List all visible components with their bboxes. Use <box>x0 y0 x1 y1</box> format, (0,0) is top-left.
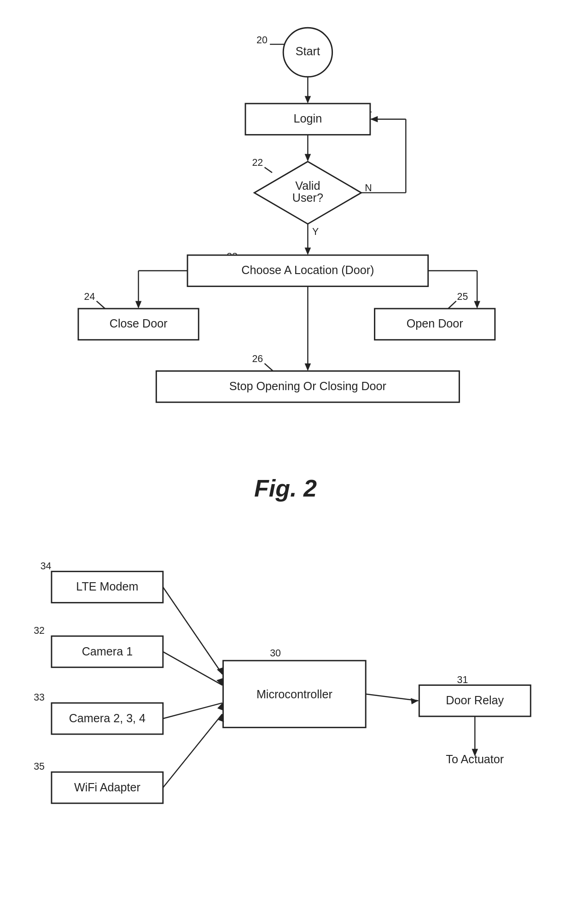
arrow-micro-relay <box>411 698 418 704</box>
arrow-yes <box>305 247 311 255</box>
microcontroller-label: Microcontroller <box>256 688 332 701</box>
svg-line-13 <box>448 301 456 309</box>
svg-line-23 <box>163 714 222 788</box>
svg-line-18 <box>366 694 418 701</box>
yes-label: Y <box>312 226 319 237</box>
svg-line-16 <box>265 363 273 371</box>
ref-20: 20 <box>256 35 268 46</box>
arrow-start-login <box>305 96 311 103</box>
svg-line-20 <box>163 587 222 674</box>
camera2-label: Camera 2, 3, 4 <box>69 712 146 725</box>
lte-modem-label: LTE Modem <box>76 580 138 593</box>
wifi-label: WiFi Adapter <box>74 781 140 794</box>
fig3-diagram: .ref-num { font-size: 22px; fill: #222; … <box>9 520 562 917</box>
ref-25: 25 <box>457 291 468 302</box>
svg-line-21 <box>163 652 222 685</box>
svg-line-4 <box>265 167 272 173</box>
choose-location-label: Choose A Location (Door) <box>241 263 374 276</box>
camera1-label: Camera 1 <box>82 645 133 658</box>
ref-34: 34 <box>41 561 52 572</box>
arrow-close-door <box>135 301 142 309</box>
fig2-label: Fig. 2 <box>9 474 562 502</box>
no-label: N <box>365 182 372 193</box>
arrow-login-valid <box>305 154 311 161</box>
stop-opening-label: Stop Opening Or Closing Door <box>229 380 386 392</box>
ref-32: 32 <box>34 625 45 636</box>
close-door-label: Close Door <box>110 317 168 330</box>
ref-22: 22 <box>252 157 263 168</box>
ref-35: 35 <box>34 761 45 772</box>
arrow-open-door <box>474 301 480 309</box>
page: text { font-family: Arial, sans-serif; }… <box>0 0 571 924</box>
arrow-stop <box>305 363 311 371</box>
arrow-no <box>370 116 378 123</box>
fig3-label: Fig. 3 <box>9 921 562 924</box>
svg-line-10 <box>97 301 105 309</box>
fig2-diagram: text { font-family: Arial, sans-serif; }… <box>9 9 562 470</box>
ref-24: 24 <box>84 291 95 302</box>
login-label: Login <box>294 112 322 125</box>
ref-33: 33 <box>34 692 45 703</box>
ref-26: 26 <box>252 353 263 364</box>
valid-user-label1: Valid <box>295 179 320 192</box>
valid-user-label2: User? <box>292 191 323 204</box>
ref-30: 30 <box>270 648 281 659</box>
door-relay-label: Door Relay <box>446 694 504 707</box>
open-door-label: Open Door <box>407 317 463 330</box>
ref-31: 31 <box>457 674 468 685</box>
start-label: Start <box>296 45 320 58</box>
svg-line-22 <box>163 703 222 719</box>
